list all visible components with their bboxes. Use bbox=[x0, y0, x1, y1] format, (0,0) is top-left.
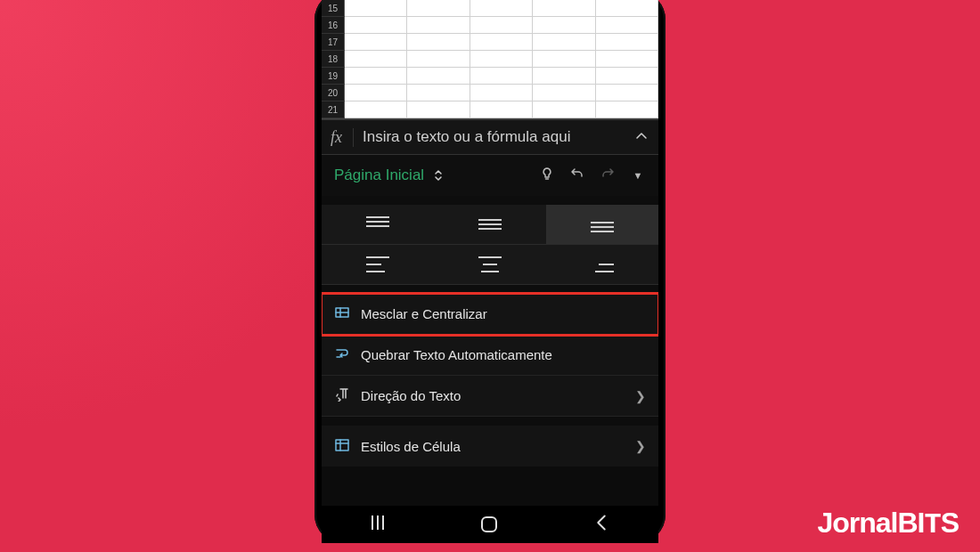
cell[interactable] bbox=[533, 101, 595, 118]
phone-frame: 15161718192021 fx Insira o texto ou a fó… bbox=[314, 0, 666, 543]
cell[interactable] bbox=[596, 34, 658, 51]
cell[interactable] bbox=[470, 101, 533, 118]
formula-bar[interactable]: fx Insira o texto ou a fórmula aqui bbox=[322, 119, 658, 155]
fx-icon: fx bbox=[331, 128, 354, 147]
nav-back-button[interactable] bbox=[592, 514, 610, 536]
watermark-logo: JornalBITS bbox=[817, 507, 959, 541]
align-center-button[interactable] bbox=[434, 245, 546, 284]
more-icon[interactable]: ▼ bbox=[623, 170, 653, 181]
sheet-row[interactable]: 20 bbox=[322, 85, 658, 101]
cell[interactable] bbox=[470, 68, 533, 85]
align-right-button[interactable] bbox=[546, 245, 658, 284]
cell[interactable] bbox=[596, 68, 658, 85]
cell-styles-button[interactable]: Estilos de Célula ❯ bbox=[322, 426, 658, 467]
wrap-text-button[interactable]: Quebrar Texto Automaticamente bbox=[322, 335, 658, 376]
text-direction-button[interactable]: Direção do Texto ❯ bbox=[322, 376, 658, 417]
cell[interactable] bbox=[345, 0, 407, 17]
merge-icon bbox=[334, 305, 350, 322]
cell[interactable] bbox=[407, 0, 470, 17]
chevron-right-icon: ❯ bbox=[635, 439, 646, 453]
redo-icon[interactable] bbox=[592, 166, 623, 184]
row-header[interactable]: 18 bbox=[322, 51, 345, 68]
direction-label: Direção do Texto bbox=[361, 388, 461, 403]
cell[interactable] bbox=[407, 68, 470, 85]
cell[interactable] bbox=[470, 17, 533, 34]
lightbulb-icon[interactable] bbox=[532, 166, 562, 184]
cell[interactable] bbox=[345, 34, 407, 51]
svg-rect-1 bbox=[336, 440, 348, 451]
ribbon-header: Página Inicial ▼ bbox=[322, 155, 658, 196]
cell[interactable] bbox=[533, 85, 595, 101]
cell[interactable] bbox=[533, 34, 595, 51]
row-header[interactable]: 15 bbox=[322, 0, 345, 17]
cell[interactable] bbox=[533, 17, 595, 34]
align-top-button[interactable] bbox=[322, 205, 434, 244]
cell[interactable] bbox=[407, 34, 470, 51]
formula-input[interactable]: Insira o texto ou a fórmula aqui bbox=[363, 128, 633, 146]
sheet-row[interactable]: 18 bbox=[322, 51, 658, 68]
row-header[interactable]: 21 bbox=[322, 101, 345, 118]
cell[interactable] bbox=[596, 101, 658, 118]
undo-icon[interactable] bbox=[562, 166, 592, 184]
direction-icon bbox=[334, 387, 350, 404]
merge-center-button[interactable]: Mesclar e Centralizar bbox=[322, 294, 658, 335]
cell[interactable] bbox=[345, 101, 407, 118]
cell[interactable] bbox=[345, 85, 407, 101]
cell[interactable] bbox=[533, 68, 595, 85]
sheet-row[interactable]: 16 bbox=[322, 17, 658, 34]
row-header[interactable]: 16 bbox=[322, 17, 345, 34]
cell[interactable] bbox=[470, 0, 533, 17]
android-navbar bbox=[322, 506, 658, 543]
cell[interactable] bbox=[407, 17, 470, 34]
cell[interactable] bbox=[596, 0, 658, 17]
styles-label: Estilos de Célula bbox=[361, 439, 461, 454]
cell[interactable] bbox=[407, 51, 470, 68]
cell[interactable] bbox=[533, 51, 595, 68]
row-header[interactable]: 20 bbox=[322, 85, 345, 101]
cell[interactable] bbox=[596, 85, 658, 101]
chevron-right-icon: ❯ bbox=[635, 389, 646, 403]
row-header[interactable]: 17 bbox=[322, 34, 345, 51]
sheet-row[interactable]: 17 bbox=[322, 34, 658, 51]
cell[interactable] bbox=[596, 17, 658, 34]
cell[interactable] bbox=[345, 51, 407, 68]
sheet-row[interactable]: 15 bbox=[322, 0, 658, 17]
nav-home-button[interactable] bbox=[481, 516, 497, 532]
tab-switch-icon[interactable] bbox=[431, 168, 445, 183]
cell[interactable] bbox=[470, 34, 533, 51]
cell[interactable] bbox=[533, 0, 595, 17]
wrap-label: Quebrar Texto Automaticamente bbox=[361, 347, 552, 362]
cell[interactable] bbox=[345, 17, 407, 34]
sheet-row[interactable]: 19 bbox=[322, 68, 658, 85]
row-header[interactable]: 19 bbox=[322, 68, 345, 85]
styles-icon bbox=[334, 438, 350, 455]
cell[interactable] bbox=[407, 85, 470, 101]
align-middle-button[interactable] bbox=[434, 205, 546, 244]
align-bottom-button[interactable] bbox=[546, 205, 658, 244]
merge-label: Mesclar e Centralizar bbox=[361, 306, 487, 321]
cell[interactable] bbox=[470, 51, 533, 68]
sheet-row[interactable]: 21 bbox=[322, 101, 658, 118]
align-left-button[interactable] bbox=[322, 245, 434, 284]
ribbon-tab[interactable]: Página Inicial bbox=[334, 166, 424, 184]
spreadsheet-grid[interactable]: 15161718192021 bbox=[322, 0, 658, 119]
vertical-align-row bbox=[322, 205, 658, 245]
cell[interactable] bbox=[407, 101, 470, 118]
screen: 15161718192021 fx Insira o texto ou a fó… bbox=[322, 0, 658, 543]
chevron-up-icon[interactable] bbox=[633, 128, 649, 146]
horizontal-align-row bbox=[322, 245, 658, 285]
wrap-icon bbox=[334, 346, 350, 363]
cell[interactable] bbox=[345, 68, 407, 85]
nav-recent-button[interactable] bbox=[370, 515, 386, 534]
cell[interactable] bbox=[596, 51, 658, 68]
cell[interactable] bbox=[470, 85, 533, 101]
